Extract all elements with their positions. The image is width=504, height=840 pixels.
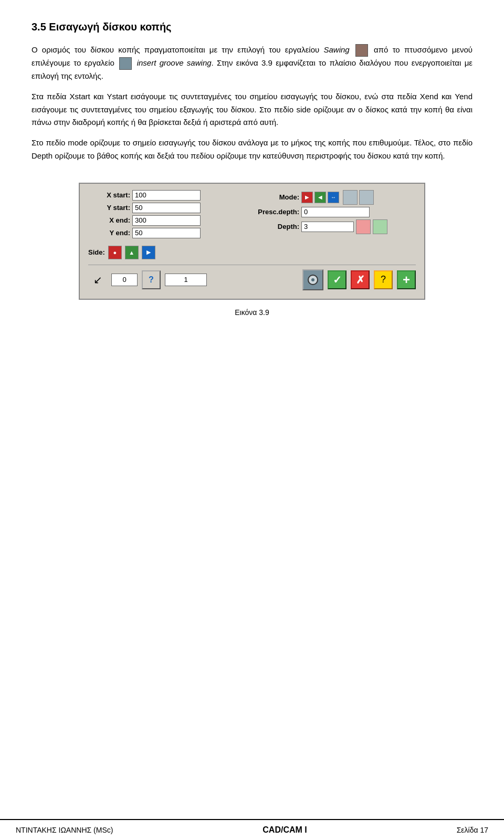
depth-icon2[interactable] [373, 219, 387, 234]
side-section: Side: ● ▲ ▶ [88, 246, 416, 259]
dialog-box: X start: Y start: X end: Y end: [79, 183, 425, 300]
mode-icon-extra1[interactable] [343, 190, 358, 205]
presc-depth-row: Presc.depth: [257, 207, 416, 217]
side-label: Side: [88, 248, 105, 256]
bottom-row: ↙ ? ✓ ✗ ? + [88, 269, 416, 290]
image-caption: Εικόνα 3.9 [32, 308, 472, 317]
xstart-label: X start: [88, 191, 130, 199]
paragraph-3: Στο πεδίο mode ορίζουμε το σημείο εισαγω… [32, 136, 472, 163]
depth-row: Depth: [257, 219, 416, 234]
cancel-button[interactable]: ✗ [351, 270, 370, 289]
bottom-input-2[interactable] [165, 274, 207, 286]
section-title: 3.5 Εισαγωγή δίσκου κοπής [32, 21, 472, 33]
xend-row: X end: [88, 215, 247, 226]
mode-label: Mode: [257, 193, 299, 201]
xstart-input[interactable] [132, 190, 201, 201]
mode-icon-red[interactable]: ▶ [301, 192, 313, 203]
saw-icon [307, 274, 319, 286]
side-icon3[interactable]: ▶ [142, 246, 155, 259]
corner-arrow-icon: ↙ [88, 270, 107, 289]
left-fields: X start: Y start: X end: Y end: [88, 190, 247, 240]
ystart-input[interactable] [132, 203, 201, 213]
confirm-button[interactable]: ✓ [328, 270, 346, 289]
footer-right: Σελίδα 17 [457, 826, 488, 834]
footer-center: CAD/CAM I [262, 825, 307, 835]
bottom-input-1[interactable] [111, 274, 138, 286]
dialog-fields-grid: X start: Y start: X end: Y end: [88, 190, 416, 240]
side-icon2[interactable]: ▲ [125, 246, 139, 259]
dialog-image-container: X start: Y start: X end: Y end: [32, 183, 472, 300]
xend-input[interactable] [132, 215, 201, 226]
yend-row: Y end: [88, 228, 247, 238]
xend-label: X end: [88, 216, 130, 224]
svg-point-1 [311, 278, 314, 281]
add-button[interactable]: + [397, 270, 416, 289]
footer-left: ΝΤΙΝΤΑΚΗΣ ΙΩΑΝΝΗΣ (MSc) [16, 826, 113, 834]
footer: ΝΤΙΝΤΑΚΗΣ ΙΩΑΝΝΗΣ (MSc) CAD/CAM I Σελίδα… [0, 819, 504, 840]
xstart-row: X start: [88, 190, 247, 201]
separator [88, 265, 416, 265]
help-button-2[interactable]: ? [374, 270, 393, 289]
paragraph-1: Ο ορισμός του δίσκου κοπής πραγματοποιεί… [32, 44, 472, 83]
presc-depth-label: Presc.depth: [257, 208, 299, 216]
mode-icon-extra2[interactable] [359, 190, 374, 205]
depth-icon1[interactable] [356, 219, 371, 234]
right-fields: Mode: ▶ ◀ ↔ Presc.depth: [257, 190, 416, 240]
help-button[interactable]: ? [142, 270, 161, 289]
saw-button[interactable] [302, 269, 323, 290]
ystart-row: Y start: [88, 203, 247, 213]
side-icon1[interactable]: ● [108, 246, 122, 259]
yend-input[interactable] [132, 228, 201, 238]
ystart-label: Y start: [88, 204, 130, 212]
insert-groove-icon [119, 57, 132, 70]
sawing-icon [355, 44, 368, 57]
presc-depth-input[interactable] [301, 207, 370, 217]
mode-icon-blue[interactable]: ↔ [328, 192, 339, 203]
mode-row: Mode: ▶ ◀ ↔ [257, 190, 416, 205]
paragraph-2: Στα πεδία Xstart και Ystart εισάγουμε τι… [32, 90, 472, 129]
mode-icon-green[interactable]: ◀ [314, 192, 326, 203]
depth-label: Depth: [257, 223, 299, 230]
mode-icons: ▶ ◀ ↔ [301, 190, 374, 205]
yend-label: Y end: [88, 229, 130, 237]
depth-input[interactable] [301, 222, 354, 232]
